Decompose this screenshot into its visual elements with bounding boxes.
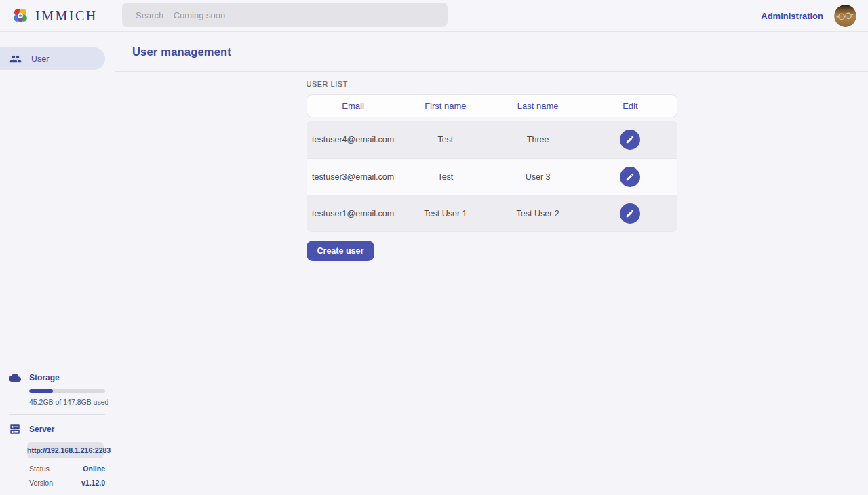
pencil-icon [625,135,635,144]
server-url-badge: http://192.168.1.216:2283 [27,442,104,458]
server-icon [9,423,21,435]
column-header-email: Email [307,101,399,111]
page-title: User management [132,45,231,58]
version-label: Version [29,479,53,487]
column-header-first-name: First name [399,101,492,111]
immich-flower-icon [12,7,29,24]
table-row: testuser3@email.comTestUser 3 [307,158,677,195]
storage-title: Storage [29,373,60,382]
edit-user-button[interactable] [620,167,640,187]
users-icon [9,53,22,65]
immich-logo[interactable]: IMMICH [0,7,115,24]
column-header-edit: Edit [584,101,676,111]
sidebar-footer: Storage 45.2GB of 147.8GB used Server ht… [0,372,115,487]
server-section-header: Server [0,423,115,435]
user-list-label: USER LIST [307,80,677,88]
status-label: Status [29,464,50,473]
status-value: Online [83,464,105,473]
title-bar: User management [115,32,868,72]
pencil-icon [625,172,635,182]
cell-first-name: Test User 1 [399,209,492,218]
version-value: v1.12.0 [81,479,105,487]
storage-usage-text: 45.2GB of 147.8GB used [29,398,115,406]
cell-edit [584,167,676,187]
column-header-last-name: Last name [492,101,584,111]
cell-last-name: Test User 2 [492,209,584,218]
storage-section-header: Storage [0,372,115,384]
cell-last-name: User 3 [492,172,584,182]
server-title: Server [29,424,54,434]
sidebar: User Storage 45.2GB of 147.8GB used Serv… [0,32,115,495]
user-avatar[interactable] [834,5,856,27]
create-user-button[interactable]: Create user [307,241,375,261]
pencil-icon [625,209,635,218]
user-table-body: testuser4@email.comTestThreetestuser3@em… [307,121,677,232]
cell-first-name: Test [399,172,492,182]
sidebar-item-user[interactable]: User [0,47,105,70]
cell-email: testuser3@email.com [307,172,399,182]
server-status-row: Status Online [29,464,105,473]
cell-edit [584,130,676,150]
cell-first-name: Test [399,135,492,144]
footer-divider [9,414,105,415]
cell-email: testuser1@email.com [307,209,399,218]
storage-progress-bar [29,389,105,393]
search-input[interactable] [122,3,448,27]
cell-edit [584,203,676,224]
storage-progress-fill [29,389,53,393]
main-content: User management USER LIST Email First na… [115,32,868,495]
table-header-row: Email First name Last name Edit [307,94,677,117]
table-row: testuser1@email.comTest User 1Test User … [307,195,677,231]
administration-link[interactable]: Administration [761,11,823,21]
edit-user-button[interactable] [620,203,640,224]
sidebar-item-user-label: User [31,54,49,64]
table-row: testuser4@email.comTestThree [307,121,677,158]
cell-last-name: Three [492,135,584,144]
top-navigation-bar: IMMICH Administration [0,0,868,32]
server-version-row: Version v1.12.0 [29,479,105,487]
topbar-right: Administration [761,5,868,27]
cell-email: testuser4@email.com [307,135,399,144]
cloud-icon [9,372,21,384]
logo-wordmark: IMMICH [35,8,98,24]
user-list-section: USER LIST Email First name Last name Edi… [307,80,677,261]
edit-user-button[interactable] [620,130,640,150]
